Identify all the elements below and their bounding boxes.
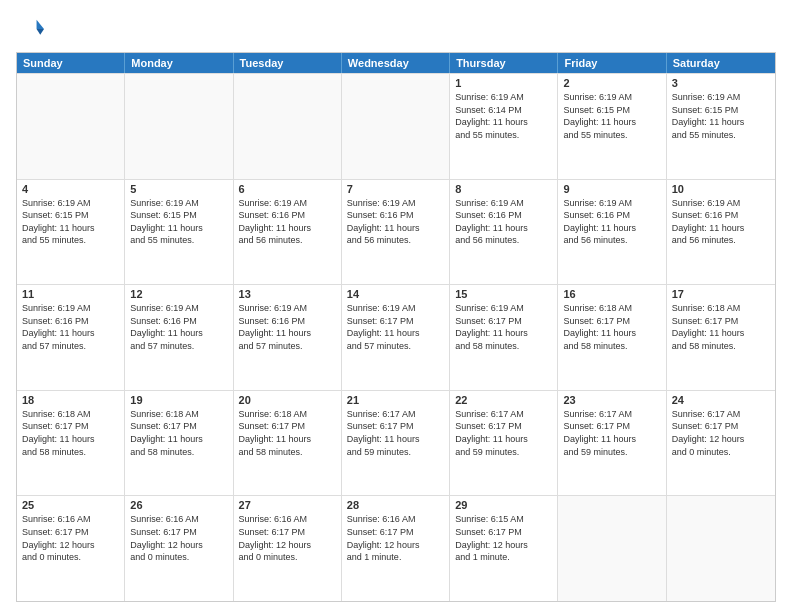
day-info: Sunrise: 6:17 AM Sunset: 6:17 PM Dayligh… (672, 408, 770, 458)
day-cell-13: 13Sunrise: 6:19 AM Sunset: 6:16 PM Dayli… (234, 285, 342, 390)
calendar-header: SundayMondayTuesdayWednesdayThursdayFrid… (17, 53, 775, 73)
day-cell-2: 2Sunrise: 6:19 AM Sunset: 6:15 PM Daylig… (558, 74, 666, 179)
day-number: 21 (347, 394, 444, 406)
day-cell-8: 8Sunrise: 6:19 AM Sunset: 6:16 PM Daylig… (450, 180, 558, 285)
logo-icon (16, 16, 44, 44)
day-number: 6 (239, 183, 336, 195)
day-number: 8 (455, 183, 552, 195)
day-number: 16 (563, 288, 660, 300)
day-number: 18 (22, 394, 119, 406)
day-info: Sunrise: 6:16 AM Sunset: 6:17 PM Dayligh… (22, 513, 119, 563)
day-cell-17: 17Sunrise: 6:18 AM Sunset: 6:17 PM Dayli… (667, 285, 775, 390)
day-info: Sunrise: 6:19 AM Sunset: 6:15 PM Dayligh… (563, 91, 660, 141)
day-info: Sunrise: 6:17 AM Sunset: 6:17 PM Dayligh… (455, 408, 552, 458)
day-cell-11: 11Sunrise: 6:19 AM Sunset: 6:16 PM Dayli… (17, 285, 125, 390)
day-number: 14 (347, 288, 444, 300)
day-info: Sunrise: 6:19 AM Sunset: 6:15 PM Dayligh… (672, 91, 770, 141)
day-cell-21: 21Sunrise: 6:17 AM Sunset: 6:17 PM Dayli… (342, 391, 450, 496)
day-header-friday: Friday (558, 53, 666, 73)
svg-marker-1 (37, 29, 44, 35)
day-info: Sunrise: 6:19 AM Sunset: 6:17 PM Dayligh… (347, 302, 444, 352)
day-cell-16: 16Sunrise: 6:18 AM Sunset: 6:17 PM Dayli… (558, 285, 666, 390)
day-cell-20: 20Sunrise: 6:18 AM Sunset: 6:17 PM Dayli… (234, 391, 342, 496)
day-cell-28: 28Sunrise: 6:16 AM Sunset: 6:17 PM Dayli… (342, 496, 450, 601)
day-number: 2 (563, 77, 660, 89)
day-number: 10 (672, 183, 770, 195)
week-row-4: 18Sunrise: 6:18 AM Sunset: 6:17 PM Dayli… (17, 390, 775, 496)
day-cell-18: 18Sunrise: 6:18 AM Sunset: 6:17 PM Dayli… (17, 391, 125, 496)
day-header-wednesday: Wednesday (342, 53, 450, 73)
day-info: Sunrise: 6:18 AM Sunset: 6:17 PM Dayligh… (239, 408, 336, 458)
day-info: Sunrise: 6:19 AM Sunset: 6:16 PM Dayligh… (455, 197, 552, 247)
day-number: 25 (22, 499, 119, 511)
day-number: 9 (563, 183, 660, 195)
day-cell-6: 6Sunrise: 6:19 AM Sunset: 6:16 PM Daylig… (234, 180, 342, 285)
day-header-sunday: Sunday (17, 53, 125, 73)
day-info: Sunrise: 6:19 AM Sunset: 6:16 PM Dayligh… (239, 302, 336, 352)
day-info: Sunrise: 6:16 AM Sunset: 6:17 PM Dayligh… (130, 513, 227, 563)
day-cell-12: 12Sunrise: 6:19 AM Sunset: 6:16 PM Dayli… (125, 285, 233, 390)
day-info: Sunrise: 6:18 AM Sunset: 6:17 PM Dayligh… (563, 302, 660, 352)
day-cell-3: 3Sunrise: 6:19 AM Sunset: 6:15 PM Daylig… (667, 74, 775, 179)
header (16, 16, 776, 44)
empty-cell-0-1 (125, 74, 233, 179)
calendar-body: 1Sunrise: 6:19 AM Sunset: 6:14 PM Daylig… (17, 73, 775, 601)
day-info: Sunrise: 6:19 AM Sunset: 6:16 PM Dayligh… (347, 197, 444, 247)
day-cell-27: 27Sunrise: 6:16 AM Sunset: 6:17 PM Dayli… (234, 496, 342, 601)
day-info: Sunrise: 6:17 AM Sunset: 6:17 PM Dayligh… (563, 408, 660, 458)
day-header-thursday: Thursday (450, 53, 558, 73)
day-number: 11 (22, 288, 119, 300)
day-number: 28 (347, 499, 444, 511)
empty-cell-0-2 (234, 74, 342, 179)
day-header-saturday: Saturday (667, 53, 775, 73)
page: SundayMondayTuesdayWednesdayThursdayFrid… (0, 0, 792, 612)
day-info: Sunrise: 6:19 AM Sunset: 6:16 PM Dayligh… (563, 197, 660, 247)
day-info: Sunrise: 6:19 AM Sunset: 6:16 PM Dayligh… (130, 302, 227, 352)
day-info: Sunrise: 6:18 AM Sunset: 6:17 PM Dayligh… (130, 408, 227, 458)
week-row-5: 25Sunrise: 6:16 AM Sunset: 6:17 PM Dayli… (17, 495, 775, 601)
week-row-1: 1Sunrise: 6:19 AM Sunset: 6:14 PM Daylig… (17, 73, 775, 179)
day-number: 26 (130, 499, 227, 511)
day-info: Sunrise: 6:16 AM Sunset: 6:17 PM Dayligh… (239, 513, 336, 563)
day-cell-26: 26Sunrise: 6:16 AM Sunset: 6:17 PM Dayli… (125, 496, 233, 601)
day-number: 12 (130, 288, 227, 300)
week-row-2: 4Sunrise: 6:19 AM Sunset: 6:15 PM Daylig… (17, 179, 775, 285)
day-cell-7: 7Sunrise: 6:19 AM Sunset: 6:16 PM Daylig… (342, 180, 450, 285)
day-cell-25: 25Sunrise: 6:16 AM Sunset: 6:17 PM Dayli… (17, 496, 125, 601)
day-number: 1 (455, 77, 552, 89)
day-info: Sunrise: 6:16 AM Sunset: 6:17 PM Dayligh… (347, 513, 444, 563)
day-cell-10: 10Sunrise: 6:19 AM Sunset: 6:16 PM Dayli… (667, 180, 775, 285)
day-info: Sunrise: 6:19 AM Sunset: 6:14 PM Dayligh… (455, 91, 552, 141)
day-cell-29: 29Sunrise: 6:15 AM Sunset: 6:17 PM Dayli… (450, 496, 558, 601)
day-number: 13 (239, 288, 336, 300)
day-number: 27 (239, 499, 336, 511)
day-number: 19 (130, 394, 227, 406)
day-info: Sunrise: 6:19 AM Sunset: 6:15 PM Dayligh… (22, 197, 119, 247)
day-cell-5: 5Sunrise: 6:19 AM Sunset: 6:15 PM Daylig… (125, 180, 233, 285)
day-number: 3 (672, 77, 770, 89)
day-info: Sunrise: 6:18 AM Sunset: 6:17 PM Dayligh… (672, 302, 770, 352)
empty-cell-4-6 (667, 496, 775, 601)
day-cell-1: 1Sunrise: 6:19 AM Sunset: 6:14 PM Daylig… (450, 74, 558, 179)
day-info: Sunrise: 6:19 AM Sunset: 6:15 PM Dayligh… (130, 197, 227, 247)
day-number: 29 (455, 499, 552, 511)
day-number: 5 (130, 183, 227, 195)
day-info: Sunrise: 6:19 AM Sunset: 6:16 PM Dayligh… (672, 197, 770, 247)
day-number: 22 (455, 394, 552, 406)
day-cell-4: 4Sunrise: 6:19 AM Sunset: 6:15 PM Daylig… (17, 180, 125, 285)
day-cell-14: 14Sunrise: 6:19 AM Sunset: 6:17 PM Dayli… (342, 285, 450, 390)
day-number: 15 (455, 288, 552, 300)
day-header-tuesday: Tuesday (234, 53, 342, 73)
day-number: 23 (563, 394, 660, 406)
day-info: Sunrise: 6:19 AM Sunset: 6:17 PM Dayligh… (455, 302, 552, 352)
week-row-3: 11Sunrise: 6:19 AM Sunset: 6:16 PM Dayli… (17, 284, 775, 390)
day-cell-24: 24Sunrise: 6:17 AM Sunset: 6:17 PM Dayli… (667, 391, 775, 496)
day-header-monday: Monday (125, 53, 233, 73)
day-info: Sunrise: 6:15 AM Sunset: 6:17 PM Dayligh… (455, 513, 552, 563)
day-info: Sunrise: 6:19 AM Sunset: 6:16 PM Dayligh… (239, 197, 336, 247)
calendar: SundayMondayTuesdayWednesdayThursdayFrid… (16, 52, 776, 602)
day-info: Sunrise: 6:17 AM Sunset: 6:17 PM Dayligh… (347, 408, 444, 458)
day-number: 4 (22, 183, 119, 195)
day-cell-9: 9Sunrise: 6:19 AM Sunset: 6:16 PM Daylig… (558, 180, 666, 285)
day-number: 7 (347, 183, 444, 195)
